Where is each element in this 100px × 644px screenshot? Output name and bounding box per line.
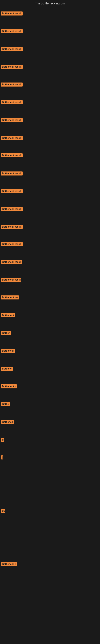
bottleneck-badge-16[interactable]: Bottleneck result — [1, 278, 21, 282]
bottleneck-item-5[interactable]: Bottleneck result — [1, 82, 23, 87]
bottleneck-item-24[interactable]: Bottlenec — [1, 420, 14, 425]
bottleneck-badge-21[interactable]: Bottlene — [1, 367, 13, 371]
bottleneck-badge-19[interactable]: Bottlen — [1, 331, 11, 335]
bottleneck-badge-7[interactable]: Bottleneck result — [1, 118, 23, 122]
bottleneck-item-27[interactable]: Bo — [1, 509, 5, 514]
bottleneck-item-13[interactable]: Bottleneck result — [1, 225, 23, 230]
bottleneck-item-22[interactable]: Bottleneck r — [1, 384, 17, 389]
bottleneck-badge-10[interactable]: Bottleneck result — [1, 172, 23, 176]
bottleneck-badge-11[interactable]: Bottleneck result — [1, 189, 23, 193]
bottleneck-item-3[interactable]: Bottleneck result — [1, 47, 23, 52]
bottleneck-item-2[interactable]: Bottleneck result — [1, 29, 23, 34]
bottleneck-item-18[interactable]: Bottleneck — [1, 313, 15, 318]
bottleneck-badge-12[interactable]: Bottleneck result — [1, 207, 23, 211]
bottleneck-item-21[interactable]: Bottlene — [1, 367, 13, 372]
bottleneck-item-10[interactable]: Bottleneck result — [1, 172, 23, 176]
bottleneck-item-6[interactable]: Bottleneck result — [1, 100, 23, 105]
bottleneck-badge-5[interactable]: Bottleneck result — [1, 82, 23, 86]
bottleneck-item-28[interactable]: Bottleneck r — [1, 562, 17, 567]
bottleneck-item-17[interactable]: Bottleneck res — [1, 296, 19, 300]
bottleneck-badge-20[interactable]: Bottleneck — [1, 349, 15, 353]
bottleneck-item-1[interactable]: Bottleneck result — [1, 12, 23, 16]
bottleneck-item-25[interactable]: B — [1, 438, 4, 442]
bottleneck-badge-24[interactable]: Bottlenec — [1, 420, 14, 424]
bottleneck-badge-13[interactable]: Bottleneck result — [1, 225, 23, 229]
bottleneck-item-15[interactable]: Bottleneck result — [1, 260, 22, 265]
bottleneck-badge-8[interactable]: Bottleneck result — [1, 136, 23, 140]
bottleneck-item-9[interactable]: Bottleneck result — [1, 153, 23, 158]
bottleneck-badge-14[interactable]: Bottleneck result — [1, 242, 23, 246]
bottleneck-badge-28[interactable]: Bottleneck r — [1, 562, 17, 566]
bottleneck-item-7[interactable]: Bottleneck result — [1, 118, 23, 123]
bottleneck-badge-2[interactable]: Bottleneck result — [1, 29, 23, 33]
bottleneck-item-12[interactable]: Bottleneck result — [1, 207, 23, 212]
bottleneck-item-8[interactable]: Bottleneck result — [1, 136, 23, 141]
bottleneck-item-19[interactable]: Bottlen — [1, 331, 11, 336]
bottleneck-badge-3[interactable]: Bottleneck result — [1, 47, 23, 51]
bottleneck-badge-25[interactable]: B — [1, 438, 4, 442]
bottleneck-item-26[interactable]: | — [1, 456, 3, 460]
bottleneck-badge-15[interactable]: Bottleneck result — [1, 260, 22, 264]
bottleneck-badge-4[interactable]: Bottleneck result — [1, 65, 23, 69]
bottleneck-item-11[interactable]: Bottleneck result — [1, 189, 23, 194]
bottleneck-item-16[interactable]: Bottleneck result — [1, 278, 21, 282]
bottleneck-item-20[interactable]: Bottleneck — [1, 349, 15, 354]
bottleneck-badge-17[interactable]: Bottleneck res — [1, 296, 19, 300]
bottleneck-badge-27[interactable]: Bo — [1, 509, 5, 513]
bottleneck-badge-6[interactable]: Bottleneck result — [1, 100, 23, 104]
bottleneck-item-14[interactable]: Bottleneck result — [1, 242, 23, 247]
bottleneck-badge-26[interactable]: | — [1, 456, 3, 460]
bottleneck-badge-18[interactable]: Bottleneck — [1, 313, 15, 317]
bottleneck-badge-9[interactable]: Bottleneck result — [1, 153, 23, 158]
bottleneck-badge-1[interactable]: Bottleneck result — [1, 12, 23, 16]
bottleneck-item-4[interactable]: Bottleneck result — [1, 65, 23, 70]
bottleneck-item-23[interactable]: Bottle — [1, 402, 10, 407]
page-wrapper: TheBottlenecker.com Bottleneck resultBot… — [0, 0, 100, 644]
site-title: TheBottlenecker.com — [0, 0, 100, 6]
bottleneck-badge-23[interactable]: Bottle — [1, 402, 10, 406]
bottleneck-badge-22[interactable]: Bottleneck r — [1, 384, 17, 388]
